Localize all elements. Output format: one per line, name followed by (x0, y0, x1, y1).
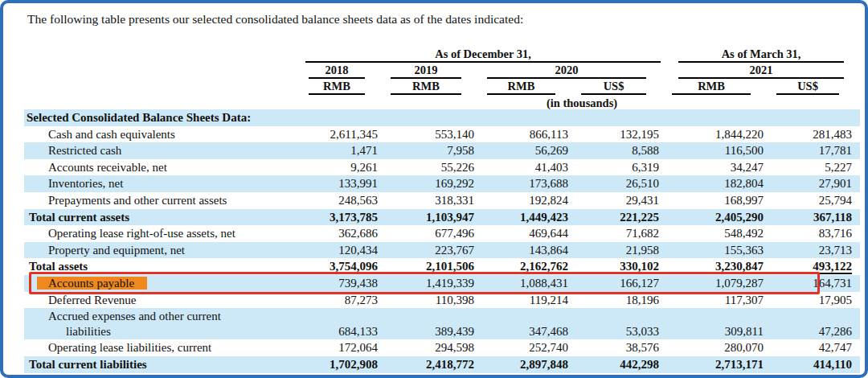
row-label: Property and equipment, net (24, 243, 304, 258)
cell-value: 34,247 (667, 159, 772, 176)
cell-value: 1,419,339 (386, 275, 482, 292)
cell-value: 2,162,762 (482, 258, 576, 275)
cell-value: 110,398 (386, 292, 482, 309)
table-row-total-current-assets: Total current assets 3,173,785 1,103,947… (24, 209, 860, 226)
cell-value: 2,713,171 (667, 356, 772, 373)
header-year-2018: 2018 (304, 63, 386, 79)
row-label-line1: Accrued expenses and other current (24, 309, 304, 324)
row-label: Total current assets (27, 210, 304, 225)
cell-value: 26,510 (576, 175, 667, 192)
header-currency: RMB (304, 79, 386, 95)
table-row: Cash and cash equivalents 2,611,345 553,… (24, 126, 860, 143)
cell-value: 1,702,908 (304, 356, 386, 373)
header-group-december: As of December 31, (304, 47, 667, 63)
cell-value: 2,405,290 (667, 209, 772, 226)
cell-value: 3,173,785 (304, 209, 386, 226)
balance-sheet-table: As of December 31, As of March 31, 2018 … (24, 47, 860, 373)
table-row: Restricted cash 1,471 7,958 56,269 8,588… (24, 142, 860, 159)
header-group-row: As of December 31, As of March 31, (24, 47, 860, 63)
cell-value: 493,122 (772, 258, 860, 275)
cell-value: 9,261 (304, 159, 386, 176)
cell-value: 173,688 (482, 175, 576, 192)
header-currency-row: RMB RMB RMB US$ RMB US$ (24, 79, 860, 95)
table-row-accrued-expenses: Accrued expenses and other current liabi… (24, 308, 860, 339)
row-label: Inventories, net (24, 176, 304, 191)
cell-value: 7,958 (386, 142, 482, 159)
row-label: Total current liabilities (27, 357, 304, 372)
cell-value: 164,731 (772, 275, 860, 292)
header-spacer (24, 79, 304, 95)
cell-value: 2,897,848 (482, 356, 576, 373)
cell-value: 71,682 (576, 225, 667, 242)
cell-value: 18,196 (576, 292, 667, 309)
row-label: Deferred Revenue (24, 293, 304, 308)
row-label: Accounts receivable, net (24, 160, 304, 175)
header-year-2020: 2020 (482, 63, 667, 79)
cell-value: 47,286 (772, 308, 860, 339)
cell-value: 116,500 (667, 142, 772, 159)
document-page: The following table presents our selecte… (0, 0, 868, 378)
cell-value: 3,754,096 (304, 258, 386, 275)
cell-value: 2,611,345 (304, 126, 386, 143)
cell-value: 83,716 (772, 225, 860, 242)
table-row-accounts-payable: Accounts payable 739,438 1,419,339 1,088… (24, 275, 860, 292)
section-title: Selected Consolidated Balance Sheets Dat… (24, 109, 860, 126)
cell-value: 347,468 (482, 308, 576, 339)
cell-value: 87,273 (304, 292, 386, 309)
cell-value: 223,767 (386, 242, 482, 259)
header-currency: RMB (482, 79, 576, 95)
cell-value: 280,070 (667, 339, 772, 356)
row-label: Operating lease liabilities, current (24, 340, 304, 355)
header-year-row: 2018 2019 2020 2021 (24, 63, 860, 79)
header-currency: US$ (772, 79, 860, 95)
row-label: Cash and cash equivalents (24, 127, 304, 142)
row-label: Restricted cash (24, 143, 304, 158)
header-currency: RMB (667, 79, 772, 95)
row-label: Prepayments and other current assets (24, 193, 304, 208)
cell-value: 182,804 (667, 175, 772, 192)
cell-value: 56,269 (482, 142, 576, 159)
cell-value: 221,225 (576, 209, 667, 226)
cell-value: 548,492 (667, 225, 772, 242)
cell-value: 17,905 (772, 292, 860, 309)
cell-value: 362,686 (304, 225, 386, 242)
cell-value: 367,118 (772, 209, 860, 226)
header-spacer (24, 95, 304, 109)
header-spacer (24, 47, 304, 63)
row-label: Total assets (27, 259, 304, 274)
cell-value: 169,292 (386, 175, 482, 192)
cell-value: 29,431 (576, 192, 667, 209)
cell-value: 120,434 (304, 242, 386, 259)
header-currency: US$ (576, 79, 667, 95)
cell-value: 8,588 (576, 142, 667, 159)
cell-value: 143,864 (482, 242, 576, 259)
cell-value: 6,319 (576, 159, 667, 176)
header-group-march: As of March 31, (667, 47, 860, 63)
cell-value: 553,140 (386, 126, 482, 143)
cell-value: 38,576 (576, 339, 667, 356)
cell-value: 414,110 (772, 356, 860, 373)
table-row-total-assets: Total assets 3,754,096 2,101,506 2,162,7… (24, 258, 860, 275)
cell-value: 25,794 (772, 192, 860, 209)
cell-value: 248,563 (304, 192, 386, 209)
table-row: Operating lease right-of-use assets, net… (24, 225, 860, 242)
header-currency: RMB (386, 79, 482, 95)
cell-value: 281,483 (772, 126, 860, 143)
cell-value: 739,438 (304, 275, 386, 292)
cell-value: 172,064 (304, 339, 386, 356)
cell-value: 23,713 (772, 242, 860, 259)
cell-value: 119,214 (482, 292, 576, 309)
cell-value: 53,033 (576, 308, 667, 339)
cell-value: 2,418,772 (386, 356, 482, 373)
row-label-line2: liabilities (24, 324, 304, 339)
cell-value: 866,113 (482, 126, 576, 143)
cell-value: 294,598 (386, 339, 482, 356)
cell-value: 1,088,431 (482, 275, 576, 292)
table-row: Operating lease liabilities, current 172… (24, 339, 860, 356)
table-row-total-current-liabilities: Total current liabilities 1,702,908 2,41… (24, 356, 860, 373)
cell-value: 1,449,423 (482, 209, 576, 226)
units-note-row: (in thousands) (24, 95, 860, 109)
cell-value: 155,363 (667, 242, 772, 259)
header-spacer (24, 63, 304, 79)
table-row: Prepayments and other current assets 248… (24, 192, 860, 209)
